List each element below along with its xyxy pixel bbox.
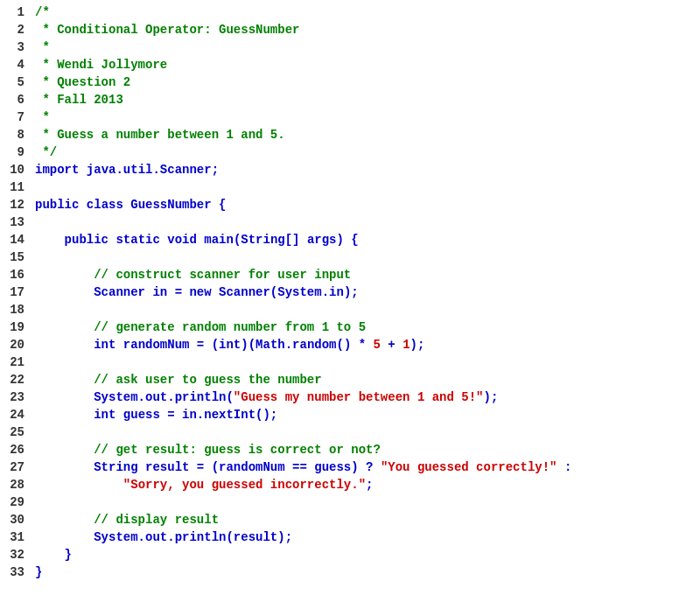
code-line: 21 — [0, 354, 700, 371]
code-token: * Conditional Operator: GuessNumber — [35, 23, 299, 37]
line-content: * — [32, 108, 700, 126]
line-number: 16 — [0, 266, 32, 284]
code-token: randomNum = ( — [116, 338, 219, 352]
code-line: 30 // display result — [0, 511, 700, 528]
code-token: GuessNumber { — [123, 198, 227, 212]
code-line: 3 * — [0, 38, 700, 56]
code-token: int — [94, 338, 116, 352]
code-token: // ask user to guess the number — [35, 373, 322, 387]
line-number: 7 — [0, 108, 32, 126]
code-line: 9 */ — [0, 144, 700, 161]
code-token: main(String[] args) { — [197, 233, 359, 247]
code-token: /* — [35, 5, 50, 19]
code-line: 16 // construct scanner for user input — [0, 266, 700, 284]
line-content — [32, 214, 700, 231]
code-line: 31 System.out.println(result); — [0, 528, 700, 546]
line-number: 9 — [0, 144, 32, 161]
code-line: 6 * Fall 2013 — [0, 91, 700, 108]
code-token: 1 — [402, 338, 410, 352]
code-line: 2 * Conditional Operator: GuessNumber — [0, 21, 700, 38]
line-content: String result = (randomNum == guess) ? "… — [32, 458, 700, 476]
code-token: System.out.println(result); — [35, 530, 292, 544]
code-token — [35, 233, 65, 247]
code-token: // display result — [35, 513, 219, 527]
line-number: 25 — [0, 424, 32, 441]
line-content: int guess = in.nextInt(); — [32, 406, 700, 424]
code-line: 17 Scanner in = new Scanner(System.in); — [0, 284, 700, 301]
line-content: * Guess a number between 1 and 5. — [32, 126, 700, 144]
code-line: 19 // generate random number from 1 to 5 — [0, 318, 700, 336]
code-token: * Question 2 — [35, 75, 130, 89]
code-token: ); — [484, 390, 499, 404]
code-token: "You guessed correctly!" — [381, 460, 557, 474]
line-number: 22 — [0, 371, 32, 388]
line-number: 31 — [0, 528, 32, 546]
code-line: 26 // get result: guess is correct or no… — [0, 441, 700, 458]
line-content — [32, 178, 700, 196]
code-line: 20 int randomNum = (int)(Math.random() *… — [0, 336, 700, 354]
line-content — [32, 354, 700, 371]
line-number: 17 — [0, 284, 32, 301]
code-token: String result = (randomNum == guess) ? — [35, 460, 381, 474]
code-token: "Guess my number between 1 and 5!" — [234, 390, 484, 404]
line-number: 8 — [0, 126, 32, 144]
code-line: 15 — [0, 248, 700, 266]
line-content — [32, 494, 700, 511]
code-token: int — [94, 408, 116, 422]
code-token: * — [35, 40, 50, 54]
line-content: * Question 2 — [32, 74, 700, 91]
code-token: System.out.println( — [35, 390, 234, 404]
code-token: )(Math.random() * — [241, 338, 373, 352]
line-number: 6 — [0, 91, 32, 108]
code-line: 28 "Sorry, you guessed incorrectly."; — [0, 476, 700, 494]
code-line: 22 // ask user to guess the number — [0, 371, 700, 388]
code-token: void — [167, 233, 197, 247]
code-line: 29 — [0, 494, 700, 511]
code-token: * Fall 2013 — [35, 93, 123, 107]
line-content: * Conditional Operator: GuessNumber — [32, 21, 700, 38]
line-content: /* — [32, 4, 700, 21]
line-content: "Sorry, you guessed incorrectly."; — [32, 476, 700, 494]
code-token: * Guess a number between 1 and 5. — [35, 128, 285, 142]
code-token: */ — [35, 145, 57, 159]
line-number: 10 — [0, 161, 32, 178]
line-number: 15 — [0, 248, 32, 266]
code-token: public — [65, 233, 108, 247]
code-token: // construct scanner for user input — [35, 268, 351, 282]
line-content: public class GuessNumber { — [32, 196, 700, 214]
code-line: 12public class GuessNumber { — [0, 196, 700, 214]
line-number: 14 — [0, 231, 32, 248]
line-content: } — [32, 546, 700, 564]
line-content: // get result: guess is correct or not? — [32, 441, 700, 458]
code-line: 11 — [0, 178, 700, 196]
line-content: System.out.println("Guess my number betw… — [32, 388, 700, 406]
code-line: 13 — [0, 214, 700, 231]
line-content — [32, 424, 700, 441]
code-line: 1/* — [0, 4, 700, 21]
code-token: import — [35, 163, 79, 177]
code-token: + — [381, 338, 402, 352]
line-number: 29 — [0, 494, 32, 511]
line-number: 3 — [0, 38, 32, 56]
code-token: public — [35, 198, 79, 212]
line-number: 18 — [0, 301, 32, 318]
line-number: 30 — [0, 511, 32, 528]
line-content — [32, 301, 700, 318]
code-line: 5 * Question 2 — [0, 74, 700, 91]
line-content: // generate random number from 1 to 5 — [32, 318, 700, 336]
line-content: * Wendi Jollymore — [32, 56, 700, 74]
line-content: System.out.println(result); — [32, 528, 700, 546]
code-token: ; — [366, 478, 373, 492]
line-number: 21 — [0, 354, 32, 371]
code-token: new — [189, 285, 211, 299]
line-content: * Fall 2013 — [32, 91, 700, 108]
line-number: 33 — [0, 564, 32, 581]
code-token — [79, 198, 86, 212]
line-number: 11 — [0, 178, 32, 196]
code-line: 4 * Wendi Jollymore — [0, 56, 700, 74]
code-token: // get result: guess is correct or not? — [35, 443, 381, 457]
code-line: 18 — [0, 301, 700, 318]
code-token: "Sorry, you guessed incorrectly." — [123, 478, 366, 492]
line-content — [32, 248, 700, 266]
line-content: import java.util.Scanner; — [32, 161, 700, 178]
